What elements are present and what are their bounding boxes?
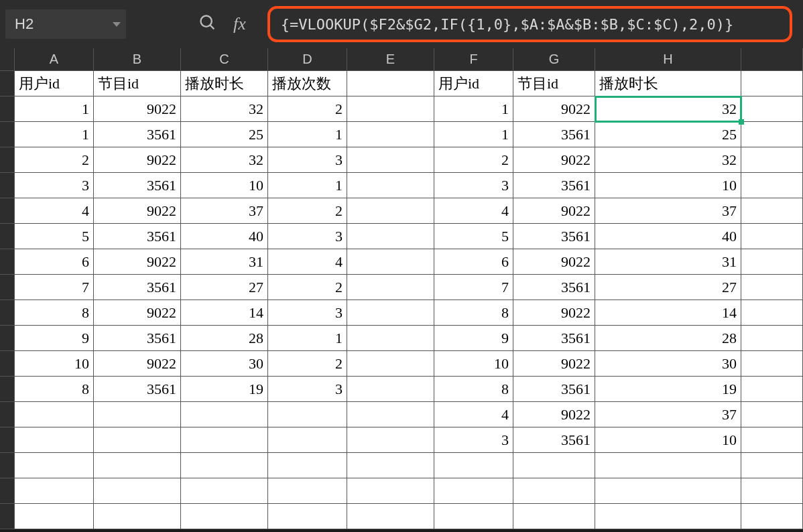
cell-A12[interactable]: 10 (15, 351, 94, 377)
cell-E17[interactable] (347, 478, 434, 504)
fx-icon[interactable]: fx (233, 14, 246, 34)
cell-D11[interactable]: 1 (268, 326, 347, 351)
cell-extra-3[interactable] (741, 122, 803, 147)
cell-C17[interactable] (181, 478, 268, 504)
cell-B9[interactable]: 3561 (94, 275, 181, 300)
cell-H4[interactable]: 32 (595, 147, 741, 173)
cell-G11[interactable]: 3561 (513, 326, 595, 351)
cell-G5[interactable]: 3561 (513, 173, 595, 198)
cell-extra-10[interactable] (741, 300, 803, 326)
cell-A8[interactable]: 6 (15, 249, 94, 275)
cell-extra-1[interactable] (741, 71, 803, 96)
cell-extra-4[interactable] (741, 147, 803, 173)
cell-D17[interactable] (268, 478, 347, 504)
cell-B12[interactable]: 9022 (94, 351, 181, 377)
cell-B16[interactable] (94, 453, 181, 478)
cell-B14[interactable] (94, 402, 181, 427)
column-header-G[interactable]: G (513, 48, 595, 71)
cell-extra-12[interactable] (741, 351, 803, 377)
cell-D6[interactable]: 2 (268, 198, 347, 224)
cell-extra-16[interactable] (741, 453, 803, 478)
cell-B5[interactable]: 3561 (94, 173, 181, 198)
cell-A17[interactable] (15, 478, 94, 504)
column-header-B[interactable]: B (94, 48, 181, 71)
column-header-extra[interactable] (741, 48, 803, 71)
cell-E2[interactable] (347, 96, 434, 122)
cell-G6[interactable]: 9022 (513, 198, 595, 224)
cell-G10[interactable]: 9022 (513, 300, 595, 326)
cell-extra-2[interactable] (741, 96, 803, 122)
cell-C9[interactable]: 27 (181, 275, 268, 300)
cell-C7[interactable]: 40 (181, 224, 268, 249)
cell-E4[interactable] (347, 147, 434, 173)
cell-A11[interactable]: 9 (15, 326, 94, 351)
cell-E13[interactable] (347, 377, 434, 402)
cell-B6[interactable]: 9022 (94, 198, 181, 224)
cell-B13[interactable]: 3561 (94, 377, 181, 402)
row-header-13[interactable] (0, 377, 15, 402)
cell-H14[interactable]: 37 (595, 402, 741, 427)
cell-G4[interactable]: 9022 (513, 147, 595, 173)
cell-G3[interactable]: 3561 (513, 122, 595, 147)
cell-C10[interactable]: 14 (181, 300, 268, 326)
cell-B10[interactable]: 9022 (94, 300, 181, 326)
cell-extra-17[interactable] (741, 478, 803, 504)
cell-F15[interactable]: 3 (434, 427, 513, 453)
row-header-8[interactable] (0, 249, 15, 275)
cell-A6[interactable]: 4 (15, 198, 94, 224)
name-box[interactable]: H2 (5, 9, 126, 39)
cell-F11[interactable]: 9 (434, 326, 513, 351)
cell-A14[interactable] (15, 402, 94, 427)
cell-D4[interactable]: 3 (268, 147, 347, 173)
cell-G1[interactable]: 节目id (513, 71, 595, 96)
cell-D16[interactable] (268, 453, 347, 478)
cell-E11[interactable] (347, 326, 434, 351)
cell-A13[interactable]: 8 (15, 377, 94, 402)
cell-C6[interactable]: 37 (181, 198, 268, 224)
cell-B17[interactable] (94, 478, 181, 504)
cell-G7[interactable]: 3561 (513, 224, 595, 249)
row-header-18[interactable] (0, 504, 15, 529)
cell-G9[interactable]: 3561 (513, 275, 595, 300)
cell-C5[interactable]: 10 (181, 173, 268, 198)
cell-E16[interactable] (347, 453, 434, 478)
cell-H18[interactable] (595, 504, 741, 529)
cell-E10[interactable] (347, 300, 434, 326)
cell-G18[interactable] (513, 504, 595, 529)
cell-H15[interactable]: 10 (595, 427, 741, 453)
cell-C13[interactable]: 19 (181, 377, 268, 402)
cell-C16[interactable] (181, 453, 268, 478)
cell-C15[interactable] (181, 427, 268, 453)
cell-E9[interactable] (347, 275, 434, 300)
row-header-6[interactable] (0, 198, 15, 224)
cell-extra-18[interactable] (741, 504, 803, 529)
cell-H7[interactable]: 40 (595, 224, 741, 249)
cell-E15[interactable] (347, 427, 434, 453)
cell-C18[interactable] (181, 504, 268, 529)
cell-extra-5[interactable] (741, 173, 803, 198)
cell-G17[interactable] (513, 478, 595, 504)
cell-D12[interactable]: 2 (268, 351, 347, 377)
cell-F16[interactable] (434, 453, 513, 478)
cell-F12[interactable]: 10 (434, 351, 513, 377)
cell-G12[interactable]: 9022 (513, 351, 595, 377)
cell-C2[interactable]: 32 (181, 96, 268, 122)
cell-D5[interactable]: 1 (268, 173, 347, 198)
cell-F10[interactable]: 8 (434, 300, 513, 326)
search-icon[interactable] (198, 13, 217, 35)
cell-E6[interactable] (347, 198, 434, 224)
cell-H12[interactable]: 30 (595, 351, 741, 377)
cell-H5[interactable]: 10 (595, 173, 741, 198)
cell-E1[interactable] (347, 71, 434, 96)
cell-E18[interactable] (347, 504, 434, 529)
cell-F4[interactable]: 2 (434, 147, 513, 173)
cell-A9[interactable]: 7 (15, 275, 94, 300)
cell-H8[interactable]: 31 (595, 249, 741, 275)
cell-H1[interactable]: 播放时长 (595, 71, 741, 96)
cell-D2[interactable]: 2 (268, 96, 347, 122)
row-header-9[interactable] (0, 275, 15, 300)
cell-D18[interactable] (268, 504, 347, 529)
cell-E8[interactable] (347, 249, 434, 275)
row-header-7[interactable] (0, 224, 15, 249)
select-all-corner[interactable] (0, 48, 15, 71)
